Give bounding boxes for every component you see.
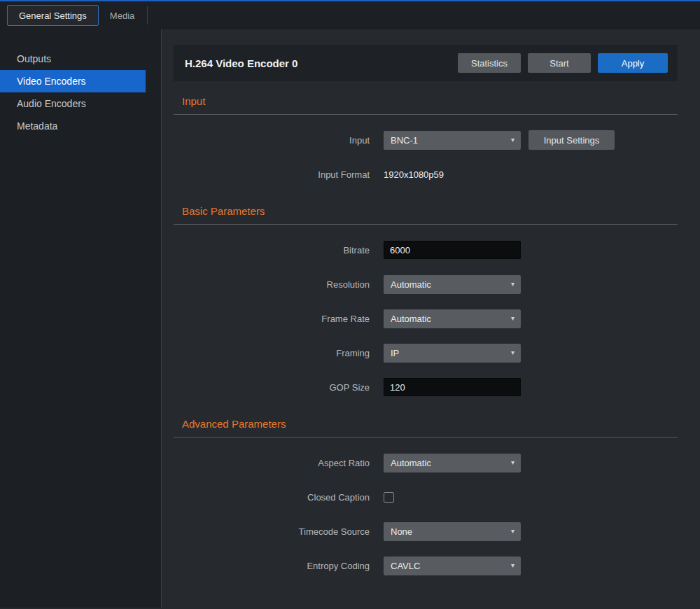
field-label: Input xyxy=(174,135,384,146)
page-title: H.264 Video Encoder 0 xyxy=(185,57,298,69)
start-button[interactable]: Start xyxy=(528,53,591,73)
tab-label: General Settings xyxy=(19,10,87,21)
section-title: Input xyxy=(174,95,678,115)
field-label: Input Format xyxy=(174,169,384,180)
frame-rate-select[interactable]: Automatic ▾ xyxy=(384,309,521,328)
form-row-input-format: Input Format 1920x1080p59 xyxy=(174,164,678,184)
input-select[interactable]: BNC-1 ▾ xyxy=(384,131,521,150)
select-value: CAVLC xyxy=(391,561,420,571)
chevron-down-icon: ▾ xyxy=(511,459,514,466)
field-label: Resolution xyxy=(174,279,384,290)
section-basic-parameters: Basic Parameters Bitrate Resolution Auto… xyxy=(174,205,678,397)
field-label: GOP Size xyxy=(174,382,384,393)
form-row-timecode-source: Timecode Source None ▾ xyxy=(174,522,678,541)
top-tab-bar: General Settings Media xyxy=(0,0,700,29)
section-title: Advanced Parameters xyxy=(174,418,678,438)
form-row-frame-rate: Frame Rate Automatic ▾ xyxy=(174,309,678,328)
select-value: Automatic xyxy=(391,279,431,290)
form-row-closed-caption: Closed Caption xyxy=(174,487,678,507)
bitrate-input[interactable] xyxy=(384,241,521,259)
section-title: Basic Parameters xyxy=(174,205,678,225)
tab-general-settings[interactable]: General Settings xyxy=(7,5,99,26)
aspect-ratio-select[interactable]: Automatic ▾ xyxy=(384,454,521,472)
field-label: Framing xyxy=(174,348,384,358)
select-value: BNC-1 xyxy=(391,135,418,146)
form-row-bitrate: Bitrate xyxy=(174,240,678,260)
form-row-input: Input BNC-1 ▾ Input Settings xyxy=(174,130,678,150)
gop-size-input[interactable] xyxy=(384,378,521,396)
form-row-aspect-ratio: Aspect Ratio Automatic ▾ xyxy=(174,453,678,472)
resolution-select[interactable]: Automatic ▾ xyxy=(384,275,521,294)
sidebar-item-metadata[interactable]: Metadata xyxy=(0,115,146,137)
chevron-down-icon: ▾ xyxy=(511,136,514,144)
field-label: Timecode Source xyxy=(174,526,384,537)
statistics-button[interactable]: Statistics xyxy=(458,53,521,73)
framing-select[interactable]: IP ▾ xyxy=(384,344,521,363)
main-content: H.264 Video Encoder 0 Statistics Start A… xyxy=(162,29,700,608)
form-row-gop-size: GOP Size xyxy=(174,377,678,397)
select-value: Automatic xyxy=(391,314,431,324)
select-value: IP xyxy=(391,348,399,358)
section-advanced-parameters: Advanced Parameters Aspect Ratio Automat… xyxy=(174,418,678,575)
tab-separator xyxy=(147,6,148,24)
sidebar: Outputs Video Encoders Audio Encoders Me… xyxy=(0,29,162,608)
chevron-down-icon: ▾ xyxy=(511,528,514,535)
entropy-coding-select[interactable]: CAVLC ▾ xyxy=(384,556,521,575)
chevron-down-icon: ▾ xyxy=(511,281,514,288)
chevron-down-icon: ▾ xyxy=(511,562,514,569)
select-value: None xyxy=(391,526,412,537)
field-label: Frame Rate xyxy=(174,314,384,324)
select-value: Automatic xyxy=(391,458,431,468)
apply-button[interactable]: Apply xyxy=(598,53,668,73)
chevron-down-icon: ▾ xyxy=(511,315,514,322)
form-row-framing: Framing IP ▾ xyxy=(174,343,678,363)
tab-label: Media xyxy=(110,10,134,21)
closed-caption-checkbox[interactable] xyxy=(384,492,394,503)
chevron-down-icon: ▾ xyxy=(511,349,514,356)
sidebar-item-video-encoders[interactable]: Video Encoders xyxy=(0,70,146,92)
input-settings-button[interactable]: Input Settings xyxy=(528,130,615,150)
section-input: Input Input BNC-1 ▾ Input Settings Input… xyxy=(174,95,678,184)
sidebar-item-outputs[interactable]: Outputs xyxy=(0,48,146,70)
field-label: Entropy Coding xyxy=(174,561,384,571)
input-format-value: 1920x1080p59 xyxy=(384,169,444,180)
field-label: Bitrate xyxy=(174,245,384,255)
tab-media[interactable]: Media xyxy=(99,5,146,26)
field-label: Closed Caption xyxy=(174,492,384,503)
timecode-source-select[interactable]: None ▾ xyxy=(384,522,521,541)
page-layout: Outputs Video Encoders Audio Encoders Me… xyxy=(0,29,700,608)
sidebar-item-audio-encoders[interactable]: Audio Encoders xyxy=(0,92,146,115)
form-row-entropy-coding: Entropy Coding CAVLC ▾ xyxy=(174,556,678,575)
header-buttons: Statistics Start Apply xyxy=(458,53,668,73)
field-label: Aspect Ratio xyxy=(174,458,384,468)
form-row-resolution: Resolution Automatic ▾ xyxy=(174,274,678,294)
encoder-panel-header: H.264 Video Encoder 0 Statistics Start A… xyxy=(174,45,678,81)
